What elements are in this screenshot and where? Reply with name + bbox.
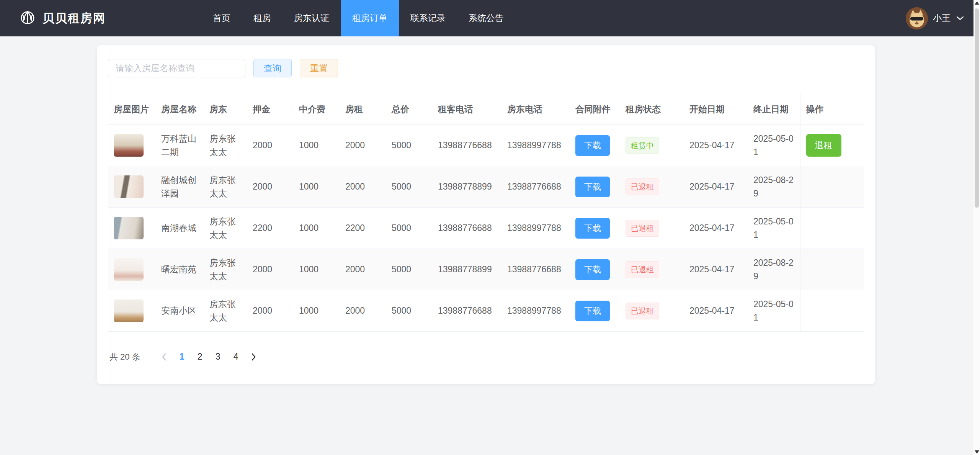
- start-date: 2025-04-17: [684, 249, 748, 290]
- contract-cell: 下载: [570, 249, 620, 290]
- column-header: 合同附件: [570, 94, 620, 125]
- total-count: 共 20 条: [109, 351, 140, 363]
- house-photo[interactable]: [114, 258, 144, 281]
- nav-item-房东认证[interactable]: 房东认证: [283, 0, 341, 36]
- start-date: 2025-04-17: [684, 166, 748, 208]
- house-photo[interactable]: [114, 134, 144, 157]
- download-button[interactable]: 下载: [575, 218, 610, 239]
- nav-item-租房订单[interactable]: 租房订单: [341, 0, 399, 36]
- page-number-4[interactable]: 4: [227, 348, 245, 366]
- download-button[interactable]: 下载: [575, 301, 610, 321]
- agency-fee-value: 1000: [293, 125, 340, 166]
- status-cell: 已退租: [620, 249, 684, 290]
- column-header: 总价: [386, 94, 432, 125]
- house-photo[interactable]: [114, 300, 144, 322]
- pager-pages: 1234: [173, 348, 245, 366]
- deposit-value: 2000: [247, 249, 293, 290]
- end-date: 2025-05-01: [748, 125, 800, 166]
- top-navbar: 贝贝租房网 首页租房房东认证租房订单联系记录系统公告 小王: [0, 0, 980, 36]
- total-price-value: 5000: [386, 290, 432, 332]
- table-row: 南湖春城 房东张太太 2200 1000 2200 5000 139887766…: [108, 208, 864, 249]
- table-row: 安南小区 房东张太太 2000 1000 2000 5000 139887766…: [108, 290, 864, 332]
- search-bar: 查询 重置: [108, 59, 864, 77]
- column-header: 房东电话: [501, 94, 570, 125]
- house-photo[interactable]: [114, 217, 144, 239]
- contract-cell: 下载: [570, 166, 620, 208]
- landlord-phone: 13988776688: [501, 166, 570, 208]
- status-cell: 已退租: [620, 166, 684, 208]
- house-name: 南湖春城: [155, 208, 204, 249]
- page-number-2[interactable]: 2: [191, 348, 209, 366]
- nav-item-首页[interactable]: 首页: [201, 0, 242, 36]
- column-header: 押金: [247, 94, 293, 125]
- total-price-value: 5000: [386, 249, 432, 290]
- nav-item-联系记录[interactable]: 联系记录: [399, 0, 457, 36]
- house-photo-cell: [108, 249, 155, 290]
- status-cell: 租赁中: [620, 125, 684, 166]
- landlord-name: 房东张太太: [204, 166, 247, 208]
- brand: 贝贝租房网: [0, 10, 106, 27]
- column-header: 房屋图片: [108, 94, 155, 125]
- nav-menu: 首页租房房东认证租房订单联系记录系统公告: [201, 0, 515, 36]
- house-photo[interactable]: [114, 175, 144, 198]
- deposit-value: 2000: [247, 166, 293, 208]
- house-photo-cell: [108, 166, 155, 208]
- column-header: 租客电话: [432, 94, 501, 125]
- query-button[interactable]: 查询: [253, 59, 292, 77]
- column-header: 租房状态: [620, 94, 684, 125]
- landlord-name: 房东张太太: [204, 125, 247, 166]
- scroll-up-arrow-icon[interactable]: [975, 2, 979, 5]
- scrollbar-thumb[interactable]: [975, 8, 979, 208]
- status-tag: 租赁中: [626, 137, 659, 154]
- next-page-button[interactable]: [245, 348, 263, 366]
- action-cell: [800, 249, 864, 290]
- orders-card: 查询 重置 房屋图片房屋名称房东押金中介费房租总价租客电话房东电话合同附件租房状…: [97, 45, 875, 384]
- start-date: 2025-04-17: [684, 125, 748, 166]
- house-name: 曙宏南苑: [155, 249, 204, 290]
- agency-fee-value: 1000: [293, 290, 340, 332]
- house-photo-cell: [108, 125, 155, 166]
- nav-item-租房[interactable]: 租房: [242, 0, 283, 36]
- download-button[interactable]: 下载: [575, 135, 610, 156]
- deposit-value: 2200: [247, 208, 293, 249]
- scroll-down-arrow-icon[interactable]: [975, 450, 979, 453]
- page-number-3[interactable]: 3: [209, 348, 227, 366]
- download-button[interactable]: 下载: [575, 259, 610, 280]
- action-cell: [800, 166, 864, 208]
- status-cell: 已退租: [620, 208, 684, 249]
- action-cell: 退租: [800, 125, 864, 166]
- user-avatar[interactable]: [906, 7, 928, 29]
- nav-item-系统公告[interactable]: 系统公告: [457, 0, 515, 36]
- page-number-1[interactable]: 1: [173, 348, 191, 366]
- contract-cell: 下载: [570, 125, 620, 166]
- landlord-name: 房东张太太: [204, 249, 247, 290]
- landlord-name: 房东张太太: [204, 208, 247, 249]
- landlord-phone: 13988997788: [501, 290, 570, 332]
- end-date: 2025-08-29: [748, 166, 800, 208]
- start-date: 2025-04-17: [684, 208, 748, 249]
- prev-page-button[interactable]: [155, 348, 173, 366]
- deposit-value: 2000: [247, 290, 293, 332]
- download-button[interactable]: 下载: [575, 177, 610, 197]
- cat-avatar-icon: [906, 7, 928, 29]
- house-photo-cell: [108, 290, 155, 332]
- rent-value: 2000: [340, 249, 386, 290]
- chevron-down-icon[interactable]: [956, 16, 964, 21]
- house-name: 万科蓝山二期: [155, 125, 204, 166]
- rent-value: 2000: [340, 166, 386, 208]
- contract-cell: 下载: [570, 208, 620, 249]
- action-button[interactable]: 退租: [806, 134, 841, 157]
- user-area[interactable]: 小王: [906, 7, 980, 29]
- house-name-search-input[interactable]: [108, 59, 245, 77]
- status-tag: 已退租: [626, 261, 659, 278]
- rent-value: 2000: [340, 125, 386, 166]
- status-cell: 已退租: [620, 290, 684, 332]
- rent-value: 2200: [340, 208, 386, 249]
- agency-fee-value: 1000: [293, 166, 340, 208]
- status-tag: 已退租: [626, 220, 659, 237]
- vertical-scrollbar[interactable]: [973, 0, 980, 455]
- reset-button[interactable]: 重置: [300, 59, 338, 77]
- table-header-row: 房屋图片房屋名称房东押金中介费房租总价租客电话房东电话合同附件租房状态开始日期终…: [108, 94, 864, 125]
- total-price-value: 5000: [386, 208, 432, 249]
- table-row: 万科蓝山二期 房东张太太 2000 1000 2000 5000 1398877…: [108, 125, 864, 166]
